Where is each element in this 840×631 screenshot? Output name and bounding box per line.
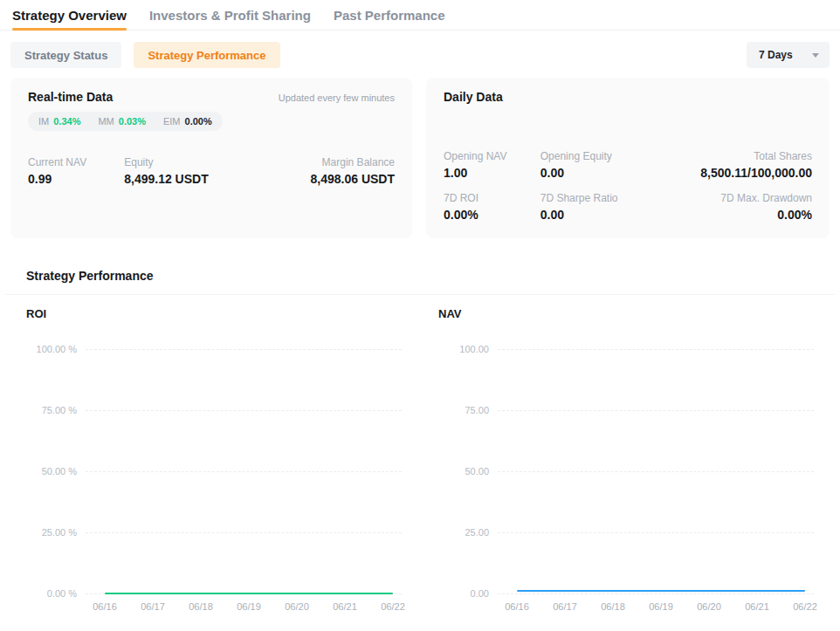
tab-investors-profit-sharing[interactable]: Investors & Profit Sharing — [149, 0, 311, 30]
chevron-down-icon — [812, 53, 819, 58]
stat-current-nav: Current NAV 0.99 — [28, 156, 124, 186]
x-axis-labels: 06/1606/1706/1806/1906/2006/2106/22 — [105, 601, 393, 615]
plot-area — [86, 349, 402, 593]
subtab-row: Strategy Status Strategy Performance 7 D… — [10, 42, 830, 68]
card-title: Daily Data — [444, 90, 503, 104]
stat-label: Opening NAV — [444, 150, 540, 162]
stat-value: 1.00 — [444, 166, 540, 180]
margin-badge: MM0.03% — [98, 116, 146, 127]
stat-7d-max-drawdown: 7D Max. Drawdown 0.00% — [678, 192, 812, 222]
y-tick-label: 25.00 — [465, 527, 489, 538]
y-tick-label: 75.00 % — [42, 405, 77, 415]
performance-charts: ROI 100.00 %75.00 %50.00 %25.00 %0.00 % … — [0, 295, 840, 615]
card-title: Real-time Data — [28, 90, 113, 104]
stat-label: 7D Sharpe Ratio — [540, 192, 678, 204]
stat-opening-nav: Opening NAV 1.00 — [444, 150, 540, 180]
x-tick-label: 06/17 — [141, 601, 165, 612]
x-tick-label: 06/16 — [505, 601, 529, 612]
stat-value: 8,500.11/100,000.00 — [678, 166, 812, 180]
y-tick-label: 25.00 % — [42, 527, 77, 538]
stat-value: 8,499.12 USDT — [124, 172, 262, 186]
stat-total-shares: Total Shares 8,500.11/100,000.00 — [678, 150, 812, 180]
data-cards: Real-time Data Updated every few minutes… — [10, 78, 840, 238]
roi-series-line — [105, 593, 393, 594]
y-axis-labels: 100.00 %75.00 %50.00 %25.00 %0.00 % — [26, 349, 77, 593]
y-tick-label: 0.00 — [471, 588, 489, 599]
subtab-strategy-status[interactable]: Strategy Status — [10, 42, 121, 68]
realtime-data-card: Real-time Data Updated every few minutes… — [10, 78, 412, 238]
x-tick-label: 06/21 — [333, 601, 357, 612]
stat-value: 0.00 — [540, 166, 678, 180]
gridline — [498, 593, 814, 594]
badge-value: 0.00% — [185, 116, 212, 127]
badge-label: IM — [38, 116, 49, 127]
x-tick-label: 06/21 — [745, 601, 769, 612]
period-select-value: 7 Days — [759, 49, 812, 61]
x-tick-label: 06/19 — [649, 601, 673, 612]
subtab-strategy-performance[interactable]: Strategy Performance — [134, 42, 279, 68]
updated-note: Updated every few minutes — [279, 93, 395, 103]
stat-7d-roi: 7D ROI 0.00% — [444, 192, 540, 222]
margin-badge: IM0.34% — [38, 116, 80, 127]
badge-label: MM — [98, 116, 114, 127]
stat-value: 0.00% — [678, 208, 812, 222]
y-tick-label: 0.00 % — [47, 588, 77, 599]
stat-value: 0.99 — [28, 172, 124, 186]
y-axis-labels: 100.0075.0050.0025.000.00 — [438, 349, 489, 593]
period-select[interactable]: 7 Days — [747, 42, 830, 68]
x-tick-label: 06/22 — [381, 601, 405, 612]
x-tick-label: 06/16 — [93, 601, 117, 612]
y-tick-label: 100.00 % — [37, 344, 77, 354]
stat-equity: Equity 8,499.12 USDT — [124, 156, 262, 186]
badge-value: 0.34% — [53, 116, 80, 127]
stat-opening-equity: Opening Equity 0.00 — [540, 150, 678, 180]
x-tick-label: 06/19 — [237, 601, 261, 612]
stat-label: 7D ROI — [444, 192, 540, 204]
x-tick-label: 06/20 — [285, 601, 309, 612]
badge-value: 0.03% — [119, 116, 146, 127]
chart-title: ROI — [26, 307, 402, 325]
stat-7d-sharpe-ratio: 7D Sharpe Ratio 0.00 — [540, 192, 678, 222]
stat-value: 0.00 — [540, 208, 678, 222]
x-tick-label: 06/18 — [189, 601, 213, 612]
nav-chart: NAV 100.0075.0050.0025.000.00 06/1606/17… — [438, 307, 814, 615]
main-tabbar: Strategy Overview Investors & Profit Sha… — [0, 0, 840, 31]
margin-badges: IM0.34%MM0.03%EIM0.00% — [28, 112, 223, 131]
stat-value: 0.00% — [444, 208, 540, 222]
x-tick-label: 06/18 — [601, 601, 625, 612]
stat-label: Current NAV — [28, 156, 124, 168]
x-tick-label: 06/22 — [793, 601, 817, 612]
stat-label: Margin Balance — [262, 156, 395, 168]
stat-label: 7D Max. Drawdown — [678, 192, 812, 204]
x-tick-label: 06/20 — [697, 601, 721, 612]
nav-series-line — [517, 590, 805, 592]
performance-section-title: Strategy Performance — [26, 269, 840, 283]
tab-past-performance[interactable]: Past Performance — [334, 0, 445, 30]
stat-value: 8,498.06 USDT — [262, 172, 395, 186]
margin-badge: EIM0.00% — [163, 116, 212, 127]
stat-margin-balance: Margin Balance 8,498.06 USDT — [262, 156, 395, 186]
tab-strategy-overview[interactable]: Strategy Overview — [12, 0, 127, 30]
stat-label: Opening Equity — [540, 150, 678, 162]
y-tick-label: 100.00 — [459, 344, 489, 354]
y-tick-label: 50.00 — [465, 466, 489, 477]
plot-area — [498, 349, 814, 593]
x-tick-label: 06/17 — [553, 601, 577, 612]
y-tick-label: 75.00 — [465, 405, 489, 415]
roi-chart: ROI 100.00 %75.00 %50.00 %25.00 %0.00 % … — [26, 307, 402, 615]
y-tick-label: 50.00 % — [42, 466, 77, 477]
stat-label: Equity — [124, 156, 262, 168]
badge-label: EIM — [163, 116, 181, 127]
daily-data-card: Daily Data Opening NAV 1.00 Opening Equi… — [426, 78, 830, 238]
chart-title: NAV — [438, 307, 814, 325]
x-axis-labels: 06/1606/1706/1806/1906/2006/2106/22 — [517, 601, 805, 615]
stat-label: Total Shares — [678, 150, 812, 162]
